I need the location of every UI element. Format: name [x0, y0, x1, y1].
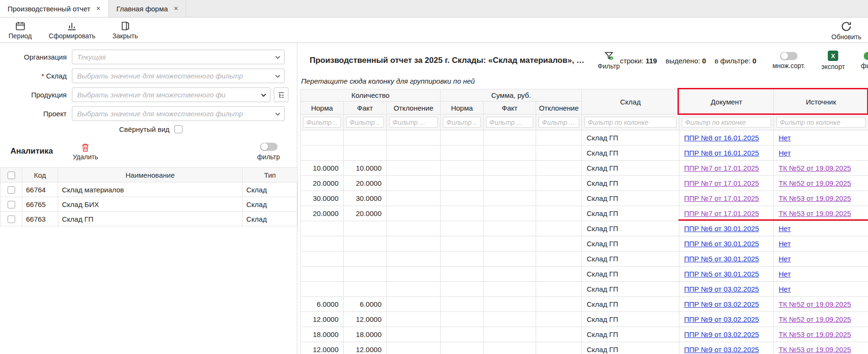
- document-link[interactable]: ППР №9 от 03.02.2025: [684, 345, 759, 354]
- row-checkbox[interactable]: [8, 201, 15, 208]
- chevron-down-icon[interactable]: [275, 75, 280, 78]
- report-row[interactable]: 12.000012.0000Склад ГПППР №9 от 03.02.20…: [301, 342, 868, 354]
- chevron-down-icon[interactable]: [261, 94, 266, 97]
- row-checkbox[interactable]: [8, 186, 15, 194]
- warehouse-filter-input[interactable]: [584, 117, 677, 128]
- analytics-row[interactable]: 66764Склад материаловСклад: [0, 182, 298, 197]
- col-header-sum-deviation[interactable]: Отклонение: [536, 102, 582, 114]
- source-link[interactable]: ТК №52 от 19.09.2025: [779, 300, 851, 308]
- report-row[interactable]: Склад ГПППР №5 от 30.01.2025Нет: [301, 267, 868, 282]
- document-link[interactable]: ППР №9 от 03.02.2025: [684, 315, 759, 323]
- col-header-qty-deviation[interactable]: Отклонение: [387, 102, 441, 114]
- document-link[interactable]: ППР №9 от 03.02.2025: [684, 330, 759, 338]
- grouping-hint[interactable]: Перетащите сюда колонку для группировки …: [301, 77, 868, 85]
- multisort-toggle[interactable]: [780, 52, 798, 60]
- project-select[interactable]: [72, 106, 285, 121]
- col-header-qty-norm[interactable]: Норма: [301, 102, 344, 114]
- report-row[interactable]: 20.000020.0000Склад ГПППР №7 от 17.01.20…: [301, 206, 868, 221]
- col-header-source[interactable]: Источник: [774, 89, 868, 114]
- report-row[interactable]: Склад ГПППР №6 от 30.01.2025Нет: [301, 221, 868, 236]
- report-row[interactable]: Склад ГПППР №9 от 03.02.2025Нет: [301, 282, 868, 297]
- source-link[interactable]: ТК №52 от 19.09.2025: [779, 315, 851, 323]
- col-header-name[interactable]: Наименование: [58, 168, 243, 182]
- report-row[interactable]: 20.000020.0000Склад ГПППР №7 от 17.01.20…: [301, 176, 868, 191]
- source-link[interactable]: Нет: [779, 134, 791, 142]
- qty-fact-filter-input[interactable]: [346, 117, 384, 128]
- source-link[interactable]: ТК №53 от 19.09.2025: [779, 330, 851, 338]
- organization-input[interactable]: [72, 50, 284, 64]
- source-link[interactable]: Нет: [779, 255, 791, 263]
- report-row[interactable]: Склад ГПППР №8 от 16.01.2025Нет: [301, 130, 868, 146]
- source-link[interactable]: Нет: [779, 285, 791, 293]
- document-link[interactable]: ППР №8 от 16.01.2025: [684, 149, 759, 157]
- multisort-toggle-group[interactable]: множ.сорт.: [773, 52, 805, 69]
- col-header-document[interactable]: Документ: [679, 89, 774, 114]
- analytics-row[interactable]: 66763Склад ГПСклад: [0, 212, 298, 226]
- analytics-row[interactable]: 66765Склад БИХСклад: [0, 197, 298, 212]
- project-input[interactable]: [72, 107, 284, 121]
- close-tab-icon[interactable]: [174, 6, 178, 11]
- close-tab-icon[interactable]: [96, 6, 101, 11]
- production-input[interactable]: [72, 88, 270, 102]
- warehouse-select[interactable]: [72, 69, 285, 83]
- source-link[interactable]: ТК №53 от 19.09.2025: [779, 345, 851, 354]
- warehouse-input[interactable]: [72, 69, 284, 83]
- source-link[interactable]: Нет: [779, 270, 791, 278]
- qty-norm-filter-input[interactable]: [303, 117, 341, 128]
- report-row[interactable]: 18.000018.0000Склад ГПППР №9 от 03.02.20…: [301, 327, 868, 342]
- tab-main-form[interactable]: Главная форма: [109, 0, 186, 17]
- document-link[interactable]: ППР №8 от 16.01.2025: [684, 134, 759, 142]
- source-link[interactable]: ТК №52 от 19.09.2025: [779, 164, 851, 172]
- document-link[interactable]: ППР №6 от 30.01.2025: [684, 240, 759, 248]
- generate-button[interactable]: Сформировать: [49, 21, 95, 40]
- sum-fact-filter-input[interactable]: [486, 117, 533, 128]
- document-link[interactable]: ППР №6 от 30.01.2025: [684, 224, 759, 233]
- analytics-filter-toggle-group[interactable]: фильтр: [257, 143, 280, 161]
- source-link[interactable]: Нет: [779, 240, 791, 248]
- source-link[interactable]: Нет: [779, 149, 791, 157]
- document-link[interactable]: ППР №7 от 17.01.2025: [684, 164, 759, 172]
- document-link[interactable]: ППР №7 от 17.01.2025: [684, 209, 759, 217]
- organization-select[interactable]: [72, 50, 285, 64]
- document-link[interactable]: ППР №9 от 03.02.2025: [684, 300, 759, 308]
- document-filter-input[interactable]: [682, 117, 771, 128]
- report-row[interactable]: 30.000030.0000Склад ГПППР №7 от 17.01.20…: [301, 191, 868, 206]
- close-button[interactable]: Закрыть: [113, 21, 138, 40]
- source-link[interactable]: ТК №53 от 19.09.2025: [779, 209, 851, 217]
- sum-norm-filter-input[interactable]: [443, 117, 481, 128]
- document-link[interactable]: ППР №9 от 03.02.2025: [684, 285, 759, 293]
- filter-button[interactable]: Фильтр: [598, 51, 620, 70]
- tree-select-button[interactable]: [274, 87, 288, 102]
- source-filter-input[interactable]: [776, 117, 866, 128]
- document-link[interactable]: ППР №7 от 17.01.2025: [684, 179, 759, 187]
- row-checkbox[interactable]: [8, 216, 15, 223]
- refresh-button[interactable]: Обновить: [832, 21, 861, 41]
- report-row[interactable]: Склад ГПППР №5 от 30.01.2025Нет: [301, 251, 868, 267]
- col-header-code[interactable]: Код: [22, 168, 58, 182]
- report-row[interactable]: Склад ГПППР №8 от 16.01.2025Нет: [301, 146, 868, 161]
- period-button[interactable]: Период: [9, 21, 32, 40]
- export-button[interactable]: экспорт: [821, 51, 845, 70]
- col-header-qty-fact[interactable]: Факт: [344, 102, 387, 114]
- source-link[interactable]: Нет: [779, 224, 791, 233]
- delete-button[interactable]: Удалить: [73, 143, 98, 161]
- collapsed-view-checkbox[interactable]: [174, 125, 182, 133]
- report-row[interactable]: 12.000012.0000Склад ГПППР №9 от 03.02.20…: [301, 312, 868, 327]
- source-link[interactable]: ТК №52 от 19.09.2025: [779, 179, 851, 187]
- report-row[interactable]: 6.00006.0000Склад ГПППР №9 от 03.02.2025…: [301, 297, 868, 312]
- select-all-checkbox[interactable]: [8, 172, 15, 179]
- col-header-sum-norm[interactable]: Норма: [441, 102, 484, 114]
- document-link[interactable]: ППР №5 от 30.01.2025: [684, 255, 759, 263]
- sum-deviation-filter-input[interactable]: [538, 117, 579, 128]
- filter-toggle-group[interactable]: фильтр: [861, 52, 868, 69]
- analytics-filter-toggle[interactable]: [260, 143, 278, 151]
- report-row[interactable]: 10.000010.0000Склад ГПППР №7 от 17.01.20…: [301, 161, 868, 176]
- production-select[interactable]: [72, 87, 270, 102]
- qty-deviation-filter-input[interactable]: [389, 117, 438, 128]
- filter-toggle[interactable]: [864, 52, 868, 60]
- report-row[interactable]: Склад ГПППР №6 от 30.01.2025Нет: [301, 236, 868, 251]
- tab-production-report[interactable]: Производственный отчет: [0, 0, 109, 17]
- col-header-sum-fact[interactable]: Факт: [484, 102, 536, 114]
- chevron-down-icon[interactable]: [275, 112, 280, 116]
- document-link[interactable]: ППР №5 от 30.01.2025: [684, 270, 759, 278]
